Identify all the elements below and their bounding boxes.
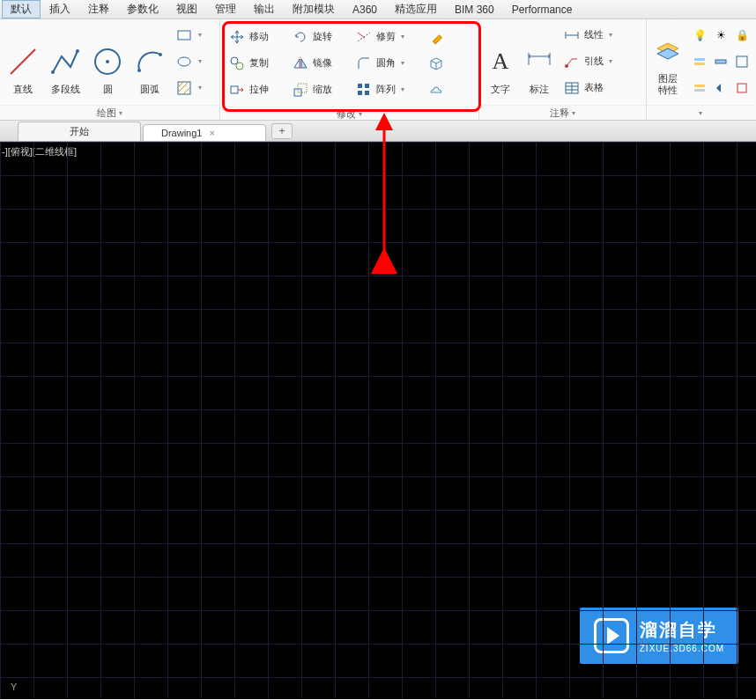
layer-state-button[interactable]: [689, 48, 710, 74]
svg-point-17: [236, 63, 243, 70]
viewport-label[interactable]: -][俯视][二维线框]: [2, 145, 77, 158]
layer-lock-button[interactable]: 🔒: [731, 22, 752, 48]
svg-rect-7: [178, 31, 190, 40]
hatch-button[interactable]: ▾: [173, 75, 204, 100]
scale-icon: [292, 81, 309, 99]
drawing-canvas[interactable]: -][俯视][二维线框] Y 溜溜自学 ZIXUE.3D66.COM: [0, 142, 756, 699]
copy-button[interactable]: 复制: [226, 50, 287, 76]
svg-point-5: [137, 69, 141, 72]
erase-button[interactable]: [425, 24, 451, 49]
move-button[interactable]: 移动: [226, 24, 287, 49]
circle-button[interactable]: 圆: [88, 22, 127, 101]
copy-icon: [228, 55, 246, 72]
menu-item-annotate[interactable]: 注释: [79, 0, 118, 18]
layer-prev-button[interactable]: [710, 75, 731, 100]
arc-button[interactable]: 圆弧: [130, 22, 169, 101]
leader-button[interactable]: 引线▾: [560, 48, 615, 74]
svg-rect-21: [298, 84, 307, 92]
play-icon: [594, 618, 629, 653]
tab-add-button[interactable]: +: [271, 123, 293, 139]
svg-point-8: [178, 57, 190, 66]
text-icon: A: [483, 42, 518, 81]
svg-point-6: [159, 53, 162, 56]
chevron-down-icon: ▾: [401, 33, 404, 41]
offset-button[interactable]: [425, 77, 451, 102]
chevron-down-icon: ▾: [401, 59, 404, 67]
menu-bar: 默认 插入 注释 参数化 视图 管理 输出 附加模块 A360 精选应用 BIM…: [0, 0, 756, 19]
svg-line-0: [11, 49, 35, 74]
chevron-down-icon: ▾: [198, 57, 202, 65]
svg-rect-41: [737, 56, 747, 67]
svg-rect-40: [715, 60, 726, 63]
layer-walk-button[interactable]: [731, 75, 752, 100]
menu-item-bim360[interactable]: BIM 360: [446, 2, 503, 18]
lock-icon: 🔒: [733, 26, 751, 44]
layer-off-icon: [691, 79, 708, 97]
leader-icon: [563, 53, 581, 70]
menu-item-performance[interactable]: Performance: [503, 2, 582, 18]
scale-button[interactable]: 缩放: [289, 77, 351, 102]
ribbon-group-title-draw[interactable]: 绘图: [0, 105, 219, 120]
layer-freeze-button[interactable]: ☀: [710, 22, 731, 48]
svg-point-33: [565, 64, 568, 68]
tab-start[interactable]: 开始: [18, 122, 141, 141]
layer-match-button[interactable]: [731, 48, 752, 74]
ribbon-group-annotate: A 文字 标注 线性▾ 引线▾ 表格 注释: [479, 19, 647, 120]
menu-item-featured[interactable]: 精选应用: [386, 0, 446, 18]
ribbon: 直线 多段线 圆 圆弧 ▾ ▾ ▾ 绘图 移动: [0, 19, 756, 121]
svg-rect-23: [365, 84, 369, 88]
arc-icon: [132, 42, 167, 81]
layer-state-icon: [691, 53, 708, 70]
svg-rect-43: [694, 89, 705, 92]
dim-icon: [522, 42, 557, 81]
polyline-icon: [48, 42, 83, 81]
hatch-icon: [175, 79, 193, 97]
cloud-icon: [427, 81, 445, 99]
line-button[interactable]: 直线: [4, 22, 42, 101]
table-button[interactable]: 表格: [560, 75, 615, 100]
linear-dim-button[interactable]: 线性▾: [560, 22, 615, 48]
rotate-button[interactable]: 旋转: [289, 24, 351, 49]
layer-match-icon: [733, 53, 751, 70]
layer-iso-button[interactable]: [710, 48, 731, 74]
layers-icon: [650, 33, 686, 71]
stretch-button[interactable]: 拉伸: [226, 77, 287, 102]
dimension-button[interactable]: 标注: [522, 22, 557, 101]
mirror-button[interactable]: 镜像: [289, 50, 351, 76]
menu-item-addins[interactable]: 附加模块: [284, 0, 344, 18]
ellipse-button[interactable]: ▾: [173, 48, 204, 74]
layer-properties-button[interactable]: 图层 特性: [650, 22, 686, 101]
menu-item-manage[interactable]: 管理: [206, 0, 245, 18]
array-button[interactable]: 阵列▾: [352, 77, 423, 102]
menu-item-parametric[interactable]: 参数化: [118, 0, 167, 18]
menu-item-default[interactable]: 默认: [2, 0, 41, 18]
tab-drawing1[interactable]: Drawing1×: [143, 124, 266, 141]
menu-item-output[interactable]: 输出: [245, 0, 284, 18]
ribbon-group-title-annotate[interactable]: 注释: [479, 105, 646, 120]
text-button[interactable]: A 文字: [483, 22, 518, 101]
svg-rect-38: [694, 58, 705, 61]
polyline-button[interactable]: 多段线: [46, 22, 85, 101]
ellipse-icon: [175, 53, 193, 70]
svg-rect-9: [178, 82, 190, 94]
ribbon-group-title-layers[interactable]: [647, 105, 754, 120]
ribbon-group-modify: 移动 旋转 修剪▾ 复制 镜像 圆角▾ 拉伸 缩放 阵列▾ 修改: [220, 19, 479, 120]
ribbon-group-title-modify[interactable]: 修改: [220, 107, 478, 121]
close-icon[interactable]: ×: [209, 128, 214, 138]
layer-off-button[interactable]: [689, 75, 710, 100]
fillet-button[interactable]: 圆角▾: [352, 50, 423, 76]
chevron-down-icon: ▾: [198, 84, 202, 92]
rect-icon: [175, 26, 193, 44]
menu-item-insert[interactable]: 插入: [41, 0, 79, 18]
trim-button[interactable]: 修剪▾: [352, 24, 423, 49]
svg-rect-15: [433, 34, 441, 43]
rect-button[interactable]: ▾: [173, 22, 204, 48]
layer-on-button[interactable]: 💡: [689, 22, 710, 48]
menu-item-a360[interactable]: A360: [344, 2, 386, 18]
menu-item-view[interactable]: 视图: [167, 0, 206, 18]
svg-point-4: [106, 60, 109, 63]
svg-point-1: [51, 70, 55, 74]
svg-text:A: A: [493, 48, 509, 74]
explode-button[interactable]: [425, 50, 451, 76]
svg-rect-39: [694, 63, 705, 65]
